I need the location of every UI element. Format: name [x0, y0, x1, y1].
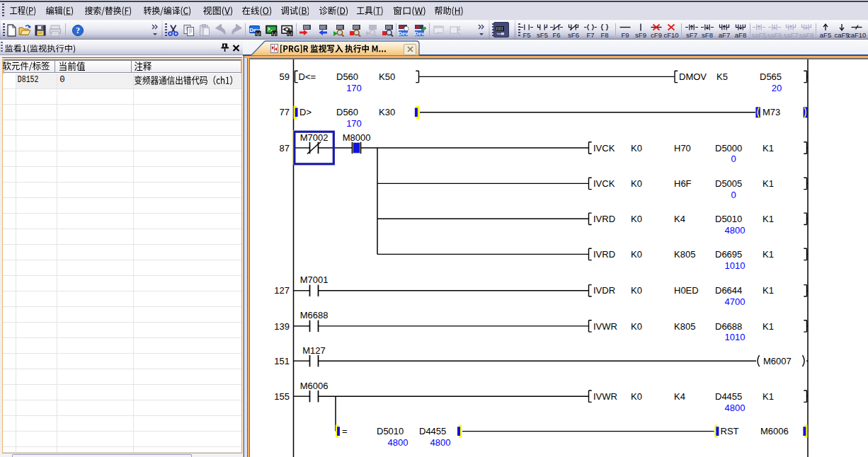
svg-text:K1: K1: [763, 214, 774, 224]
svg-text:D4455: D4455: [419, 426, 446, 436]
svg-text:K4: K4: [674, 391, 685, 402]
svg-text:20: 20: [772, 83, 782, 93]
svg-text:M73: M73: [763, 107, 780, 117]
svg-text:87: 87: [280, 143, 290, 154]
svg-text:K1: K1: [763, 178, 774, 189]
svg-text:D6644: D6644: [715, 285, 742, 296]
svg-text:K805: K805: [674, 249, 695, 260]
svg-text:D>: D>: [299, 107, 312, 117]
svg-text:1010: 1010: [725, 332, 746, 342]
svg-text:4800: 4800: [725, 225, 746, 236]
svg-text:K5: K5: [716, 71, 728, 82]
svg-text:RST: RST: [721, 426, 739, 436]
svg-text:59: 59: [280, 71, 290, 82]
svg-text:D6688: D6688: [715, 321, 742, 332]
svg-text:D560: D560: [336, 107, 358, 117]
svg-text:4800: 4800: [725, 403, 746, 413]
svg-text:M6688: M6688: [300, 310, 329, 320]
svg-text:K1: K1: [763, 285, 774, 296]
svg-text:D<=: D<=: [299, 71, 316, 82]
svg-text:M7001: M7001: [300, 274, 329, 285]
svg-text:M6006: M6006: [300, 381, 329, 391]
svg-text:D5000: D5000: [715, 143, 742, 154]
svg-text:K0: K0: [631, 249, 642, 260]
svg-text:4700: 4700: [725, 296, 746, 307]
svg-text:K0: K0: [631, 178, 642, 189]
svg-text:K1: K1: [763, 321, 774, 332]
svg-text:K1: K1: [763, 143, 774, 154]
svg-text:K30: K30: [379, 107, 395, 117]
svg-text:IVWR: IVWR: [593, 321, 617, 332]
svg-text:4800: 4800: [388, 437, 409, 448]
svg-text:M127: M127: [302, 345, 326, 356]
svg-text:K0: K0: [631, 214, 642, 224]
svg-text:77: 77: [280, 107, 290, 117]
svg-text:K0: K0: [631, 391, 642, 402]
svg-text:170: 170: [346, 118, 362, 129]
svg-text:K4: K4: [674, 214, 685, 224]
svg-text:D565: D565: [760, 71, 782, 82]
svg-text:M7002: M7002: [300, 132, 329, 143]
svg-text:M6007: M6007: [763, 356, 792, 366]
svg-text:K0: K0: [631, 321, 642, 332]
svg-text:K1: K1: [763, 249, 774, 260]
svg-text:0: 0: [731, 190, 736, 200]
svg-text:D5010: D5010: [377, 426, 404, 436]
svg-text:IVCK: IVCK: [593, 143, 615, 154]
svg-text:D4455: D4455: [715, 391, 742, 402]
svg-text:H6F: H6F: [674, 178, 692, 189]
svg-text:K805: K805: [674, 321, 695, 332]
svg-text:151: 151: [274, 356, 290, 366]
svg-text:170: 170: [346, 83, 362, 93]
svg-text:IVCK: IVCK: [593, 178, 615, 189]
svg-text:K1: K1: [763, 391, 774, 402]
svg-text:H70: H70: [674, 143, 691, 154]
svg-text:D5005: D5005: [715, 178, 742, 189]
svg-text:1010: 1010: [725, 260, 746, 271]
svg-text:155: 155: [274, 391, 290, 402]
svg-text:139: 139: [274, 321, 290, 332]
svg-text:=: =: [342, 426, 348, 436]
svg-text:D560: D560: [336, 71, 358, 82]
svg-text:IVWR: IVWR: [593, 391, 617, 402]
svg-text:IVRD: IVRD: [593, 214, 615, 224]
svg-text:M6006: M6006: [760, 426, 789, 436]
svg-text:K50: K50: [379, 71, 395, 82]
svg-text:D6695: D6695: [715, 249, 742, 260]
svg-text:K0: K0: [631, 285, 642, 296]
svg-text:D5010: D5010: [715, 214, 742, 224]
svg-text:IVDR: IVDR: [593, 285, 615, 296]
svg-text:0: 0: [731, 154, 736, 164]
svg-text:K0: K0: [631, 143, 642, 154]
svg-text:IVRD: IVRD: [593, 249, 615, 260]
svg-text:H0ED: H0ED: [674, 285, 699, 296]
svg-text:127: 127: [274, 285, 290, 296]
svg-text:DMOV: DMOV: [679, 71, 707, 82]
svg-text:4800: 4800: [430, 437, 451, 448]
svg-text:M8000: M8000: [343, 132, 371, 143]
